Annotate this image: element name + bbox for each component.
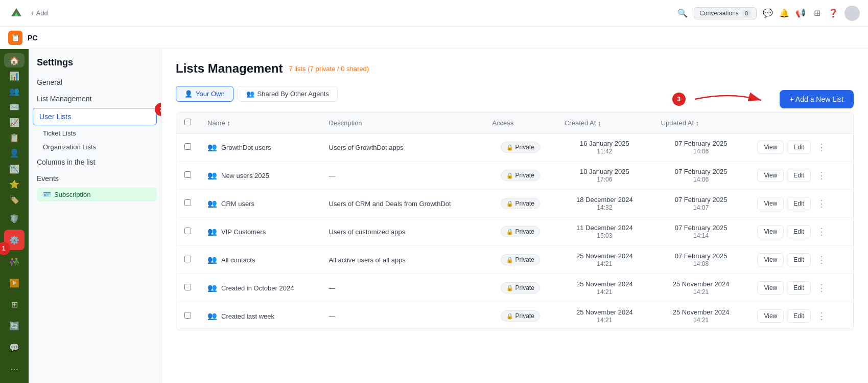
conversations-button[interactable]: Conversations 0 [694, 7, 757, 19]
more-options-button[interactable]: ⋮ [814, 140, 829, 155]
logo[interactable] [8, 5, 25, 21]
lock-icon: 🔒 [506, 313, 513, 320]
search-icon[interactable]: 🔍 [677, 8, 688, 18]
tabs-container: 👤 Your Own 👥 Shared By Other Agents [176, 86, 338, 102]
row-users-icon: 👥 [207, 143, 217, 152]
sidebar-icon-star[interactable]: ⭐ [4, 177, 25, 191]
settings-nav-user-lists[interactable]: User Lists 2 [33, 108, 157, 125]
lock-icon: 🔒 [506, 172, 513, 179]
add-new-list-button[interactable]: + Add a New List [780, 90, 854, 108]
row-updated-at: 25 November 202414:21 [653, 274, 749, 302]
table-row: 👥 Created in October 2024 — 🔒 Private 25… [176, 274, 853, 302]
sidebar-icon-shield[interactable]: 🛡️ [4, 208, 25, 229]
step-badge-2: 2 [155, 103, 161, 116]
row-created-at: 10 January 202517:06 [556, 162, 653, 190]
sidebar-icon-users[interactable]: 👤 [4, 146, 25, 161]
sidebar-icon-video[interactable]: ▶️ [4, 273, 25, 293]
view-button[interactable]: View [757, 253, 784, 266]
more-options-button[interactable]: ⋮ [814, 280, 829, 296]
help-icon[interactable]: ❓ [828, 8, 838, 18]
settings-nav-ticket-lists[interactable]: Ticket Lists [29, 126, 161, 140]
sidebar-icon-dashboard[interactable]: 📈 [4, 115, 25, 129]
view-button[interactable]: View [757, 141, 784, 154]
more-options-button[interactable]: ⋮ [814, 196, 829, 211]
view-button[interactable]: View [757, 309, 784, 323]
row-access: 🔒 Private [484, 162, 556, 190]
row-users-icon: 👥 [207, 255, 217, 264]
row-access: 🔒 Private [484, 218, 556, 246]
sidebar-icon-reports[interactable]: 📊 [4, 69, 25, 83]
sidebar-icon-apps[interactable]: ⊞ [4, 294, 25, 314]
row-checkbox-0[interactable] [184, 143, 191, 150]
megaphone-icon[interactable]: 📢 [795, 8, 806, 18]
sidebar-icon-tag[interactable]: 🏷️ [4, 193, 25, 207]
view-button[interactable]: View [757, 281, 784, 295]
bell-icon[interactable]: 🔔 [779, 8, 789, 18]
settings-nav-organization-lists[interactable]: Organization Lists [29, 140, 161, 154]
sidebar-icon-message[interactable]: 💬 [4, 337, 25, 357]
row-description: Users of CRM and Deals from GrowthDot [321, 190, 484, 218]
edit-button[interactable]: Edit [787, 197, 811, 210]
row-updated-at: 25 November 202414:21 [653, 302, 749, 330]
row-updated-at: 07 February 202514:08 [653, 246, 749, 274]
row-name: 👥 VIP Customers [199, 218, 321, 246]
row-actions: View Edit ⋮ [749, 302, 853, 330]
sidebar-icon-home[interactable]: 🏠 [4, 53, 25, 67]
view-button[interactable]: View [757, 225, 784, 238]
sidebar-icon-contacts[interactable]: 👥 [4, 84, 25, 99]
settings-nav-columns[interactable]: Columns in the list [29, 154, 161, 170]
sidebar-icon-chart[interactable]: 📉 [4, 162, 25, 176]
sidebar-icon-settings[interactable]: ⚙️ 1 [4, 230, 25, 250]
row-checkbox-4[interactable] [184, 256, 191, 262]
sidebar-icon-refresh[interactable]: 🔄 [4, 316, 25, 336]
tab-shared[interactable]: 👥 Shared By Other Agents [238, 86, 338, 102]
col-updated-header[interactable]: Updated At ↕ [653, 112, 749, 133]
table-row: 👥 All contacts All active users of all a… [176, 246, 853, 274]
edit-button[interactable]: Edit [787, 225, 811, 238]
settings-nav-events[interactable]: Events [29, 170, 161, 187]
sidebar-icon-list[interactable]: 📋 [4, 130, 25, 145]
row-description: — [321, 162, 484, 190]
more-options-button[interactable]: ⋮ [814, 252, 829, 267]
sidebar-icon-more[interactable]: ⋯ [4, 358, 25, 379]
tab-your-own[interactable]: 👤 Your Own [176, 86, 233, 102]
user-avatar[interactable] [844, 6, 860, 21]
sidebar-icon-people[interactable]: 👫 [4, 251, 25, 272]
chat-icon[interactable]: 💬 [763, 8, 773, 18]
table-body: 👥 GrowthDot users Users of GrowthDot app… [176, 133, 853, 330]
col-checkbox [176, 112, 199, 133]
row-checkbox-3[interactable] [184, 228, 191, 234]
settings-nav-general[interactable]: General [29, 74, 161, 91]
access-badge: 🔒 Private [501, 282, 540, 294]
edit-button[interactable]: Edit [787, 281, 811, 295]
edit-button[interactable]: Edit [787, 141, 811, 154]
edit-button[interactable]: Edit [787, 309, 811, 323]
add-button[interactable]: + Add [31, 9, 48, 17]
access-badge: 🔒 Private [501, 170, 540, 181]
row-description: Users of GrowthDot apps [321, 133, 484, 162]
row-checkbox-cell [176, 162, 199, 190]
col-name-header[interactable]: Name ↕ [199, 112, 321, 133]
row-checkbox-2[interactable] [184, 199, 191, 206]
row-checkbox-cell [176, 190, 199, 218]
edit-button[interactable]: Edit [787, 253, 811, 266]
row-checkbox-cell [176, 246, 199, 274]
row-checkbox-5[interactable] [184, 284, 191, 290]
select-all-checkbox[interactable] [184, 119, 191, 125]
row-actions: View Edit ⋮ [749, 274, 853, 302]
grid-icon[interactable]: ⊞ [812, 8, 822, 18]
settings-nav-subscription[interactable]: 🪪 Subscription [37, 188, 157, 201]
more-options-button[interactable]: ⋮ [814, 308, 829, 324]
col-created-header[interactable]: Created At ↕ [556, 112, 653, 133]
page-subtitle: 7 lists (7 private / 0 shared) [289, 65, 369, 73]
view-button[interactable]: View [757, 169, 784, 182]
sidebar-icon-mail[interactable]: ✉️ [4, 100, 25, 114]
more-options-button[interactable]: ⋮ [814, 168, 829, 183]
row-checkbox-1[interactable] [184, 171, 191, 178]
view-button[interactable]: View [757, 197, 784, 210]
row-name: 👥 New users 2025 [199, 162, 321, 190]
edit-button[interactable]: Edit [787, 169, 811, 182]
settings-nav-list-management[interactable]: List Management [29, 91, 161, 107]
row-checkbox-6[interactable] [184, 312, 191, 319]
more-options-button[interactable]: ⋮ [814, 224, 829, 239]
